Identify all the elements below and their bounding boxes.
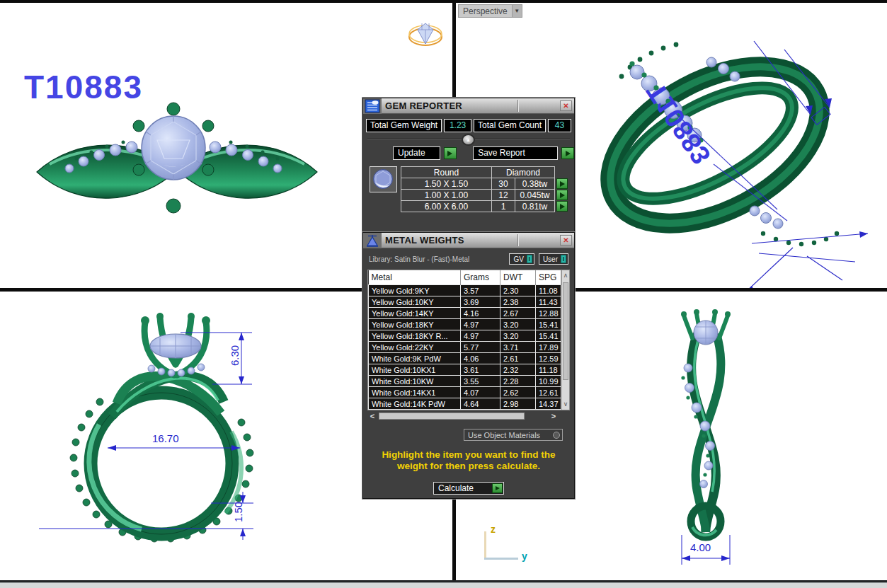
table-row[interactable]: Yellow Gold:18KY 4.97 3.20 15.41 xyxy=(369,319,561,330)
spg-cell: 11.08 xyxy=(536,285,561,296)
table-row[interactable]: Yellow Gold:22KY 5.77 3.71 17.89 xyxy=(369,342,561,353)
dwt-cell: 2.32 xyxy=(500,364,536,376)
scroll-up-icon[interactable]: ∧ xyxy=(562,270,569,281)
dwt-cell: 3.20 xyxy=(500,330,536,342)
gem-row-run-button[interactable] xyxy=(556,190,568,200)
radio-icon[interactable] xyxy=(553,432,560,439)
dwt-cell: 2.28 xyxy=(500,376,536,387)
spg-cell: 14.37 xyxy=(536,398,561,410)
metal-weights-titlebar[interactable]: METAL WEIGHTS ✕ xyxy=(363,233,574,248)
gem-reporter-titlebar[interactable]: GEM REPORTER ✕ xyxy=(363,98,574,114)
scroll-down-icon[interactable]: ∨ xyxy=(562,399,569,410)
total-gem-count-label: Total Gem Count xyxy=(474,119,546,132)
chevron-down-icon[interactable]: ▼ xyxy=(512,4,522,18)
gem-row-run-button[interactable] xyxy=(556,201,568,212)
metal-cell[interactable]: White Gold:10KX1 xyxy=(369,364,461,376)
total-gem-weight-label: Total Gem Weight xyxy=(366,119,442,132)
table-row[interactable]: Yellow Gold:14KY 4.16 2.67 12.88 xyxy=(369,308,561,319)
grams-cell: 4.97 xyxy=(461,330,500,342)
titlebar-groove xyxy=(517,234,519,246)
horizontal-scroll-thumb[interactable] xyxy=(379,413,525,420)
user-button[interactable]: User I xyxy=(539,253,568,265)
gem-reporter-panel: GEM REPORTER ✕ Total Gem Weight 1.23 Tot… xyxy=(362,98,575,232)
gem-row[interactable]: 1.00 X 1.00 12 0.045tw xyxy=(401,190,568,201)
metal-cell[interactable]: Yellow Gold:22KY xyxy=(369,342,461,353)
save-report-run-button[interactable] xyxy=(561,147,574,159)
metal-cell[interactable]: Yellow Gold:9KY xyxy=(369,285,461,296)
total-gem-weight-value: 1.23 xyxy=(444,119,471,132)
dwt-cell: 2.61 xyxy=(500,353,536,364)
table-row[interactable]: White Gold:10KX1 3.61 2.32 11.18 xyxy=(369,364,561,376)
close-icon[interactable]: ✕ xyxy=(560,235,572,246)
dwt-cell: 3.20 xyxy=(500,319,536,330)
scroll-right-icon[interactable]: > xyxy=(549,411,559,421)
table-row[interactable]: Yellow Gold:9KY 3.57 2.30 11.08 xyxy=(369,285,561,296)
col-grams[interactable]: Grams xyxy=(461,270,500,285)
table-row[interactable]: Yellow Gold:10KY 3.69 2.38 11.43 xyxy=(369,296,561,308)
user-label: User xyxy=(543,255,558,263)
ring-top-view xyxy=(37,103,317,213)
grams-cell: 3.57 xyxy=(461,285,500,296)
grams-cell: 4.97 xyxy=(461,319,500,330)
spg-cell: 12.88 xyxy=(536,308,561,319)
gem-weight: 0.81tw xyxy=(515,201,555,212)
metal-cell[interactable]: Yellow Gold:10KY xyxy=(369,296,461,308)
gem-size[interactable]: 6.00 X 6.00 xyxy=(401,201,492,212)
gem-size[interactable]: 1.00 X 1.00 xyxy=(401,190,492,201)
dimension-inner-diameter: 16.70 xyxy=(152,432,179,444)
ring-front-view xyxy=(70,313,253,542)
gem-table-header: Round Diamond xyxy=(401,167,568,178)
user-indicator: I xyxy=(561,255,566,263)
gold-ring-icon xyxy=(409,23,442,45)
spg-cell: 11.18 xyxy=(536,364,561,376)
statusbar xyxy=(0,582,887,588)
horizontal-scrollbar[interactable]: < > xyxy=(367,411,570,421)
vertical-scrollbar[interactable]: ∧ ∨ xyxy=(561,270,569,410)
table-row[interactable]: White Gold:10KW 3.55 2.28 10.99 xyxy=(369,376,561,387)
col-dwt[interactable]: DWT xyxy=(500,270,536,285)
calculate-button[interactable]: Calculate xyxy=(433,482,504,495)
metal-cell[interactable]: Yellow Gold:18KY xyxy=(369,319,461,330)
grams-cell: 4.16 xyxy=(461,308,500,319)
use-object-materials-dropdown[interactable]: Use Object Materials xyxy=(464,429,563,441)
grams-cell: 5.77 xyxy=(461,342,500,353)
scale-icon xyxy=(363,233,382,248)
metal-cell[interactable]: White Gold:14KX1 xyxy=(369,387,461,398)
close-icon[interactable]: ✕ xyxy=(560,100,572,111)
gem-count: 1 xyxy=(492,201,515,212)
metal-cell[interactable]: Yellow Gold:14KY xyxy=(369,308,461,319)
metal-cell[interactable]: Yellow Gold:18KY R... xyxy=(369,330,461,342)
col-spg[interactable]: SPG xyxy=(536,270,561,285)
titlebar-groove xyxy=(517,100,519,112)
viewport-title-label[interactable]: Perspective xyxy=(458,4,512,18)
run-arrow-icon xyxy=(560,192,565,198)
update-button[interactable]: Update xyxy=(393,146,440,160)
metal-cell[interactable]: White Gold:14K PdW xyxy=(369,398,461,410)
gem-row-run-button[interactable] xyxy=(556,178,568,189)
vertical-scroll-thumb[interactable] xyxy=(563,282,568,380)
metal-cell[interactable]: White Gold:10KW xyxy=(369,376,461,387)
collapse-toggle[interactable]: ▲ xyxy=(462,134,475,146)
dwt-cell: 2.30 xyxy=(500,285,536,296)
scroll-left-icon[interactable]: < xyxy=(367,411,377,421)
table-row[interactable]: White Gold:14KX1 4.07 2.62 12.61 xyxy=(369,387,561,398)
panel-collapse-divider: ▲ xyxy=(367,139,570,140)
gem-reporter-icon xyxy=(363,98,382,114)
grams-cell: 4.06 xyxy=(461,353,500,364)
dimension-shank-thickness: 1.50 xyxy=(232,502,244,522)
gem-size[interactable]: 1.50 X 1.50 xyxy=(401,178,492,190)
gem-row[interactable]: 6.00 X 6.00 1 0.81tw xyxy=(401,201,568,212)
save-report-button[interactable]: Save Report xyxy=(473,146,558,160)
dimension-head-height: 6.30 xyxy=(229,345,241,366)
gem-row[interactable]: 1.50 X 1.50 30 0.38tw xyxy=(401,178,568,190)
table-row[interactable]: Yellow Gold:18KY R... 4.97 3.20 15.41 xyxy=(369,330,561,342)
spg-cell: 15.41 xyxy=(536,330,561,342)
calculate-run-button[interactable] xyxy=(492,483,503,493)
table-row[interactable]: White Gold:9K PdW 4.06 2.61 12.59 xyxy=(369,353,561,364)
update-run-button[interactable] xyxy=(444,147,457,159)
metal-cell[interactable]: White Gold:9K PdW xyxy=(369,353,461,364)
viewport-title-dropdown[interactable]: Perspective ▼ xyxy=(458,4,522,18)
table-row[interactable]: White Gold:14K PdW 4.64 2.98 14.37 xyxy=(369,398,561,410)
col-metal[interactable]: Metal xyxy=(369,270,461,285)
gv-button[interactable]: GV I xyxy=(509,253,534,265)
